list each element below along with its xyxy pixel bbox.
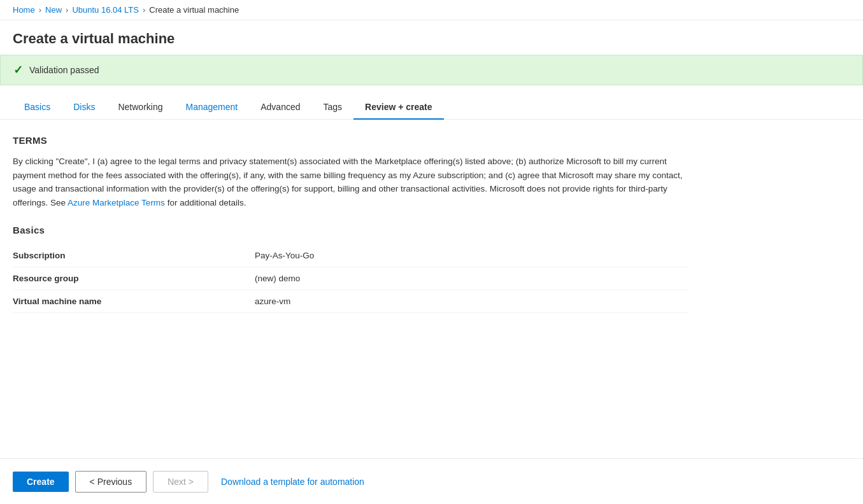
tab-advanced[interactable]: Advanced (249, 95, 311, 120)
page-title: Create a virtual machine (0, 20, 863, 55)
breadcrumb-ubuntu[interactable]: Ubuntu 16.04 LTS (72, 5, 139, 15)
tab-networking[interactable]: Networking (106, 95, 174, 120)
next-button: Next > (153, 471, 208, 493)
breadcrumb-new[interactable]: New (45, 5, 62, 15)
tab-basics[interactable]: Basics (13, 95, 62, 120)
create-button[interactable]: Create (13, 472, 69, 492)
breadcrumb-sep-1: › (39, 5, 41, 15)
terms-text: By clicking "Create", I (a) agree to the… (13, 155, 688, 209)
download-template-link[interactable]: Download a template for automation (215, 472, 371, 492)
field-value-vm-name: azure-vm (255, 297, 290, 306)
tab-review-create[interactable]: Review + create (353, 95, 443, 120)
previous-button[interactable]: < Previous (75, 471, 147, 493)
breadcrumb: Home › New › Ubuntu 16.04 LTS › Create a… (0, 0, 863, 20)
breadcrumb-sep-3: › (143, 5, 145, 15)
terms-section-title: TERMS (13, 135, 688, 146)
tab-tags[interactable]: Tags (312, 95, 354, 120)
table-row: Resource group (new) demo (13, 267, 688, 290)
table-row: Subscription Pay-As-You-Go (13, 244, 688, 267)
validation-message: Validation passed (29, 65, 99, 75)
azure-marketplace-terms-link[interactable]: Azure Marketplace Terms (68, 198, 165, 207)
field-label-resource-group: Resource group (13, 274, 255, 283)
validation-check-icon: ✓ (13, 63, 23, 77)
breadcrumb-home[interactable]: Home (13, 5, 35, 15)
terms-text-after-link: for additional details. (165, 198, 246, 207)
terms-section: TERMS By clicking "Create", I (a) agree … (13, 135, 688, 209)
basics-section: Basics Subscription Pay-As-You-Go Resour… (13, 225, 688, 313)
field-value-resource-group: (new) demo (255, 274, 300, 283)
field-label-vm-name: Virtual machine name (13, 297, 255, 306)
basics-section-title: Basics (13, 225, 688, 235)
breadcrumb-sep-2: › (66, 5, 68, 15)
field-value-subscription: Pay-As-You-Go (255, 251, 314, 260)
tab-disks[interactable]: Disks (62, 95, 106, 120)
tab-management[interactable]: Management (175, 95, 250, 120)
tab-bar: Basics Disks Networking Management Advan… (0, 95, 863, 120)
breadcrumb-current: Create a virtual machine (149, 5, 239, 15)
table-row: Virtual machine name azure-vm (13, 290, 688, 313)
field-label-subscription: Subscription (13, 251, 255, 260)
validation-banner: ✓ Validation passed (0, 55, 863, 85)
footer: Create < Previous Next > Download a temp… (0, 458, 863, 504)
